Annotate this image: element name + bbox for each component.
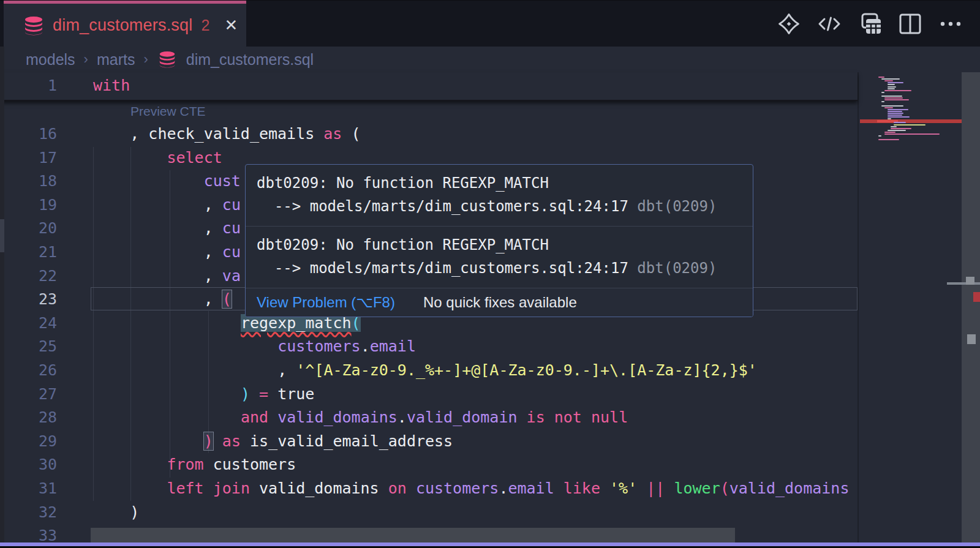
code-line-27[interactable]: 27) = true <box>0 382 858 406</box>
line-number: 21 <box>0 240 57 264</box>
minimap-code-line <box>878 135 881 137</box>
breadcrumb-models[interactable]: models <box>26 51 75 69</box>
minimap-code-line <box>884 99 909 100</box>
chevron-right-icon: › <box>143 51 148 67</box>
minimap-code-line <box>881 96 902 97</box>
problem-message-2: dbt0209: No function REGEXP_MATCH --> mo… <box>246 226 753 288</box>
dbt-logo-icon[interactable] <box>777 12 801 36</box>
line-number: 17 <box>0 146 57 170</box>
code-line-25[interactable]: 25customers.email <box>0 334 858 358</box>
code-text: , cu <box>204 216 241 240</box>
line-number: 24 <box>0 311 57 335</box>
line-number: 27 <box>0 382 57 406</box>
code-text: from customers <box>167 452 296 476</box>
minimap-code-line <box>881 92 884 93</box>
code-line-30[interactable]: 30from customers <box>0 452 858 476</box>
line-number: 32 <box>0 500 57 524</box>
problem-message-1: dbt0209: No function REGEXP_MATCH --> mo… <box>246 165 753 226</box>
problem-code: dbt(0209) <box>637 260 717 277</box>
code-text: ) <box>130 500 139 524</box>
view-problem-link[interactable]: View Problem (⌥F8) <box>257 294 395 311</box>
minimap-code-line <box>878 77 884 78</box>
line-number: 20 <box>0 216 57 240</box>
code-text: customers.email <box>277 334 416 358</box>
code-text: cust <box>204 169 241 193</box>
code-text: left join valid_domains on customers.ema… <box>167 476 849 500</box>
minimap-code-line <box>888 109 908 110</box>
minimap-code-line <box>878 139 899 140</box>
minimap-code-line <box>884 132 895 133</box>
line-number: 28 <box>0 405 57 429</box>
minimap-code-line <box>888 130 906 131</box>
line-number: 29 <box>0 429 57 453</box>
horizontal-scrollbar[interactable] <box>91 528 735 544</box>
breadcrumb-marts[interactable]: marts <box>97 51 135 69</box>
minimap[interactable] <box>859 72 962 548</box>
problem-hover-tooltip: dbt0209: No function REGEXP_MATCH --> mo… <box>245 164 753 317</box>
minimap-code-line <box>888 84 895 85</box>
editor-actions <box>777 12 963 36</box>
minimap-code-line <box>891 128 911 129</box>
line-number: 26 <box>0 358 57 382</box>
minimap-code-line <box>888 86 896 88</box>
code-line-32[interactable]: 32) <box>0 500 858 524</box>
minimap-code-line <box>888 88 895 89</box>
problem-text: dbt0209: No function REGEXP_MATCH <box>257 175 549 192</box>
minimap-code-line <box>884 80 893 81</box>
problem-location: --> models/marts/dim_customers.sql:24:17 <box>257 198 637 215</box>
code-text: , cu <box>204 240 241 264</box>
code-line-31[interactable]: 31left join valid_domains on customers.e… <box>0 476 858 500</box>
sticky-code: with <box>93 72 130 99</box>
line-number: 18 <box>0 169 57 193</box>
line-number: 23 <box>0 287 57 311</box>
minimap-code-line <box>881 78 900 80</box>
minimap-code-line <box>888 111 902 112</box>
code-text: select <box>167 146 222 170</box>
left-edge-scroll-thumb <box>0 219 4 252</box>
problem-location: --> models/marts/dim_customers.sql:24:17 <box>257 260 637 277</box>
code-line-26[interactable]: 26, '^[A-Za-z0-9._%+-]+@[A-Za-z0-9.-]+\.… <box>0 358 858 382</box>
overview-ruler-cursor-marker <box>947 282 980 285</box>
code-text: , ( <box>204 287 232 311</box>
minimap-code-line <box>881 105 903 107</box>
minimap-code-line <box>888 113 903 114</box>
problem-code: dbt(0209) <box>637 198 717 215</box>
codelens-preview-cte[interactable]: Preview CTE <box>130 104 206 119</box>
overview-ruler-marker <box>966 277 974 285</box>
vertical-scrollbar[interactable] <box>962 72 980 544</box>
minimap-error-line <box>860 119 962 123</box>
minimap-code-line <box>888 82 903 83</box>
tab-bar: dim_customers.sql 2 ✕ <box>0 0 980 47</box>
minimap-code-line <box>894 122 906 123</box>
tab-problem-count: 2 <box>201 17 209 34</box>
close-icon[interactable]: ✕ <box>224 16 238 35</box>
code-text: , va <box>204 264 241 288</box>
split-editor-icon[interactable] <box>898 12 922 36</box>
code-text: , cu <box>204 193 241 217</box>
line-number: 19 <box>0 193 57 217</box>
code-text: and valid_domains.valid_domain is not nu… <box>241 405 628 429</box>
problem-text: dbt0209: No function REGEXP_MATCH <box>257 236 549 253</box>
duplicate-table-icon[interactable] <box>858 12 882 36</box>
line-number: 22 <box>0 264 57 288</box>
minimap-code-line <box>884 97 903 99</box>
minimap-code-line <box>894 124 925 126</box>
line-number: 25 <box>0 334 57 358</box>
tab-dim-customers[interactable]: dim_customers.sql 2 ✕ <box>4 1 246 47</box>
line-number: 1 <box>0 72 57 99</box>
line-number: 31 <box>0 476 57 500</box>
code-text: ) as is_valid_email_address <box>204 429 453 453</box>
sticky-scroll-line[interactable]: 1 with <box>0 72 858 101</box>
chevron-right-icon: › <box>84 51 88 67</box>
minimap-code-line <box>884 133 940 135</box>
more-actions-icon[interactable] <box>938 12 963 36</box>
line-number: 30 <box>0 452 57 476</box>
breadcrumb-file[interactable]: dim_customers.sql <box>186 51 314 69</box>
code-text: , '^[A-Za-z0-9._%+-]+@[A-Za-z0-9.-]+\.[A… <box>277 358 757 382</box>
breadcrumb: models › marts › dim_customers.sql <box>0 47 980 72</box>
code-line-16[interactable]: 16, check_valid_emails as ( <box>0 122 858 146</box>
code-icon[interactable] <box>817 12 842 36</box>
code-line-28[interactable]: 28and valid_domains.valid_domain is not … <box>0 405 858 429</box>
minimap-code-line <box>884 90 911 91</box>
code-line-29[interactable]: 29) as is_valid_email_address <box>0 429 858 453</box>
